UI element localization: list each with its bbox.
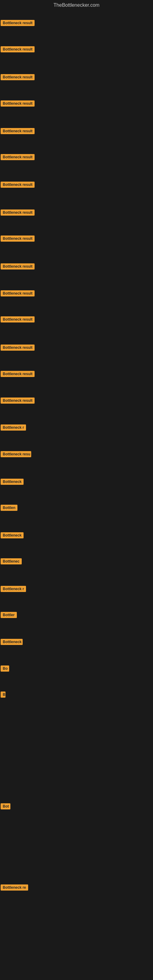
bottleneck-result-item: Bottleneck r xyxy=(1,586,26,593)
bottleneck-result-item: Bottleneck result xyxy=(1,46,35,54)
bottleneck-badge: Bottleneck re xyxy=(1,885,28,891)
bottleneck-result-item: B xyxy=(1,692,5,699)
bottleneck-result-item: Bot xyxy=(1,803,10,811)
bottleneck-badge: B xyxy=(1,692,5,698)
bottleneck-badge: Bottleneck r xyxy=(1,425,26,431)
bottleneck-result-item: Bottleneck xyxy=(1,479,24,486)
bottleneck-result-item: Bottleneck result xyxy=(1,371,35,378)
bottleneck-badge: Bottleneck result xyxy=(1,74,35,80)
bottleneck-result-item: Bottleneck xyxy=(1,532,24,539)
bottleneck-result-item: Bottleneck re xyxy=(1,885,28,892)
bottleneck-badge: Bottlenec xyxy=(1,558,22,565)
bottleneck-badge: Bottleneck result xyxy=(1,154,35,160)
bottleneck-badge: Bottler xyxy=(1,612,17,618)
bottleneck-badge: Bottleneck xyxy=(1,479,24,485)
bottleneck-badge: Bottleneck result xyxy=(1,398,35,404)
bottleneck-result-item: Bottleneck result xyxy=(1,317,35,324)
bottleneck-badge: Bottlen xyxy=(1,505,18,511)
bottleneck-result-item: Bottleneck result xyxy=(1,100,35,108)
bottleneck-result-item: Bottleneck result xyxy=(1,154,35,161)
bottleneck-badge: Bottleneck result xyxy=(1,317,35,323)
bottleneck-result-item: Bottleneck result xyxy=(1,20,35,27)
bottleneck-result-item: Bottlen xyxy=(1,505,18,512)
bottleneck-badge: Bottleneck result xyxy=(1,290,35,296)
bottleneck-result-item: Bottleneck result xyxy=(1,345,35,352)
bottleneck-badge: Bottleneck result xyxy=(1,20,35,26)
bottleneck-result-item: Bottleneck result xyxy=(1,128,35,135)
bottleneck-result-item: Bottleneck result xyxy=(1,398,35,405)
bottleneck-badge: Bottleneck result xyxy=(1,235,35,242)
bottleneck-result-item: Bottler xyxy=(1,612,17,619)
bottleneck-badge: Bottleneck xyxy=(1,639,22,645)
bottleneck-badge: Bottleneck r xyxy=(1,586,26,592)
bottleneck-result-item: Bottleneck xyxy=(1,639,22,646)
bottleneck-result-item: Bottleneck resu xyxy=(1,451,31,458)
bottleneck-result-item: Bottleneck result xyxy=(1,210,35,217)
bottleneck-result-item: Bottleneck r xyxy=(1,425,26,432)
bottleneck-badge: Bottleneck result xyxy=(1,371,35,377)
bottleneck-badge: Bottleneck result xyxy=(1,46,35,52)
bottleneck-badge: Bottleneck xyxy=(1,532,24,538)
bottleneck-badge: Bottleneck result xyxy=(1,345,35,351)
bottleneck-badge: Bottleneck result xyxy=(1,128,35,134)
bottleneck-badge: Bottleneck result xyxy=(1,181,35,188)
bottleneck-result-item: Bottleneck result xyxy=(1,263,35,271)
bottleneck-badge: Bottleneck result xyxy=(1,210,35,216)
bottleneck-result-item: Bottlenec xyxy=(1,558,22,566)
bottleneck-result-item: Bottleneck result xyxy=(1,74,35,81)
bottleneck-result-item: Bottleneck result xyxy=(1,235,35,243)
bottleneck-result-item: Bottleneck result xyxy=(1,181,35,189)
bottleneck-badge: Bottleneck result xyxy=(1,263,35,269)
bottleneck-badge: Bottleneck result xyxy=(1,100,35,107)
bottleneck-badge: Bot xyxy=(1,803,10,810)
bottleneck-badge: Bo xyxy=(1,665,9,671)
bottleneck-result-item: Bottleneck result xyxy=(1,290,35,298)
bottleneck-result-item: Bo xyxy=(1,665,9,673)
site-title: TheBottlenecker.com xyxy=(0,0,153,12)
bottleneck-badge: Bottleneck resu xyxy=(1,451,31,457)
